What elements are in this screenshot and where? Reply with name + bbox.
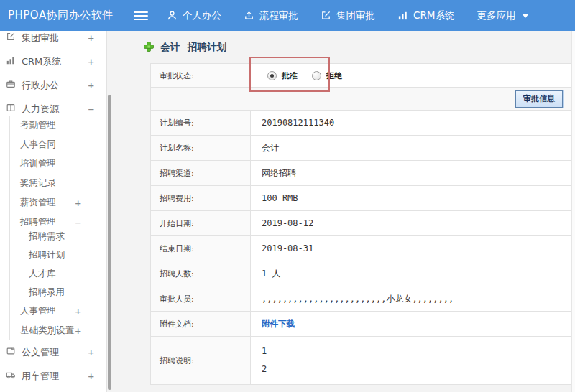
expand-icon[interactable]: + [88, 32, 94, 44]
expand-icon[interactable]: + [88, 56, 94, 67]
plan-type-title: 招聘计划 [188, 41, 226, 54]
field-label: 审批状态: [151, 64, 251, 88]
sidebar-item-rewards[interactable]: 奖惩记录 [10, 174, 106, 193]
attachment-download-link[interactable]: 附件下载 [262, 319, 295, 329]
expand-icon[interactable]: + [75, 325, 81, 337]
sidebar-item-recruit-plan[interactable]: 招聘计划 [24, 246, 106, 264]
sidebar-item-personnel-mgmt[interactable]: 人事管理 + [10, 302, 106, 321]
row-end-date: 结束日期: 2019-08-31 [151, 236, 572, 261]
field-value: 2019-08-12 [251, 211, 572, 236]
field-value: 100 RMB [251, 186, 572, 211]
plan-name-title: 会计 [160, 41, 180, 54]
document-icon [6, 346, 16, 358]
sidebar-item-documents[interactable]: 公文管理 + [0, 340, 106, 364]
app-logo: PHPOA协同办公软件 [0, 9, 134, 22]
sidebar-item-base-category[interactable]: 基础类别设置 + [10, 321, 106, 340]
row-start-date: 开始日期: 2019-08-12 [151, 211, 572, 236]
nav-label: CRM系统 [413, 9, 454, 22]
field-value: 网络招聘 [251, 161, 572, 186]
nav-label: 集团审批 [336, 9, 375, 22]
expand-icon[interactable]: + [88, 347, 94, 358]
sidebar: 集团审批 + CRM系统 + 行政办公 + [0, 31, 106, 392]
sidebar-item-admin-office[interactable]: 行政办公 + [0, 73, 106, 97]
radio-approve[interactable] [267, 71, 277, 80]
nav-personal-office[interactable]: 个人办公 [167, 9, 221, 22]
bar-chart-icon [6, 55, 16, 67]
sidebar-item-talent-pool[interactable]: 人才库 [24, 264, 106, 283]
sidebar-item-recruit-demand[interactable]: 招聘需求 [24, 227, 106, 246]
recruit-submenu: 招聘需求 招聘计划 人才库 招聘录用 [24, 227, 106, 302]
field-label: 计划名称: [151, 136, 251, 161]
hamburger-menu-icon[interactable] [134, 9, 148, 22]
field-label: 审批人员: [151, 286, 251, 312]
hr-submenu: 考勤管理 人事合同 培训管理 奖惩记录 薪资管理 + 招聘管理 − 招聘需求 招… [9, 116, 106, 340]
radio-reject-label[interactable]: 拒绝 [326, 70, 342, 81]
nav-more-apps[interactable]: 更多应用 [477, 9, 529, 22]
field-value: 20190812111340 [251, 111, 572, 136]
row-headcount: 招聘人数: 1 人 [151, 261, 572, 286]
row-approval-action: 审批信息 [151, 88, 572, 111]
chart-icon [397, 10, 408, 21]
radio-approve-label[interactable]: 批准 [282, 70, 298, 81]
radio-reject[interactable] [312, 71, 321, 80]
sidebar-scrollbar[interactable] [106, 31, 111, 392]
expand-icon[interactable]: + [75, 197, 81, 209]
edit-square-icon [6, 32, 16, 44]
collapse-icon[interactable]: − [88, 103, 94, 115]
main-content: 会计 招聘计划 审批状态: 批准 拒绝 [111, 31, 571, 392]
nav-label: 更多应用 [477, 9, 515, 22]
expand-icon[interactable]: + [88, 370, 94, 382]
expand-icon[interactable]: + [75, 306, 81, 317]
expand-icon[interactable]: + [88, 80, 94, 91]
field-value: ,,,,,,,,,,,,,,,,,,,,,,,,小龙女,,,,,,,, [251, 286, 572, 312]
row-plan-name: 计划名称: 会计 [151, 136, 572, 161]
field-label: 附件文档: [151, 312, 251, 337]
top-nav: 个人办公 流程审批 集团审批 CRM系统 [167, 9, 551, 22]
row-plan-number: 计划编号: 20190812111340 [151, 111, 572, 136]
sidebar-item-group-approval[interactable]: 集团审批 + [0, 31, 106, 50]
plus-icon [144, 42, 154, 54]
nav-group-approval[interactable]: 集团审批 [321, 9, 375, 22]
note-line-2: 2 [262, 360, 571, 378]
flow-icon [244, 10, 254, 21]
field-value: 2019-08-31 [251, 236, 572, 261]
recruit-plan-form: 审批状态: 批准 拒绝 审批信息 [150, 63, 571, 385]
page-title: 会计 招聘计划 [144, 41, 571, 54]
nav-crm-system[interactable]: CRM系统 [397, 9, 454, 22]
field-value: 1 人 [251, 261, 572, 286]
nav-label: 流程审批 [259, 9, 298, 22]
field-label: 招聘渠道: [151, 161, 251, 186]
topbar: PHPOA协同办公软件 个人办公 流程审批 [0, 0, 575, 31]
person-icon [167, 10, 178, 21]
row-recruit-cost: 招聘费用: 100 RMB [151, 186, 572, 211]
book-icon [6, 103, 16, 115]
sidebar-item-salary[interactable]: 薪资管理 + [10, 193, 106, 213]
row-attachment: 附件文档: 附件下载 [151, 312, 572, 337]
field-label: 招聘说明: [151, 337, 251, 385]
nav-label: 个人办公 [183, 9, 221, 22]
edit-icon [321, 10, 331, 21]
truck-icon [6, 370, 16, 382]
nav-process-approval[interactable]: 流程审批 [244, 9, 298, 22]
briefcase-icon [6, 79, 16, 91]
row-recruit-note: 招聘说明: 1 2 [151, 337, 572, 385]
caret-down-icon [522, 14, 529, 18]
row-recruit-channel: 招聘渠道: 网络招聘 [151, 161, 572, 186]
field-label: 计划编号: [151, 111, 251, 136]
sidebar-item-vehicle[interactable]: 用车管理 + [0, 364, 106, 388]
sidebar-item-crm[interactable]: CRM系统 + [0, 50, 106, 73]
field-label: 结束日期: [151, 236, 251, 261]
approval-info-button[interactable]: 审批信息 [515, 90, 563, 108]
sidebar-item-attendance[interactable]: 考勤管理 [10, 116, 106, 135]
field-label: 招聘费用: [151, 186, 251, 211]
page-scrollbar[interactable] [571, 31, 575, 392]
sidebar-item-hr-contract[interactable]: 人事合同 [10, 135, 106, 154]
field-label: 开始日期: [151, 211, 251, 236]
note-line-1: 1 [262, 342, 571, 360]
sidebar-item-training[interactable]: 培训管理 [10, 154, 106, 174]
row-approval-status: 审批状态: 批准 拒绝 [151, 64, 572, 88]
row-approvers: 审批人员: ,,,,,,,,,,,,,,,,,,,,,,,,小龙女,,,,,,,… [151, 286, 572, 312]
field-label: 招聘人数: [151, 261, 251, 286]
field-value: 会计 [251, 136, 572, 161]
sidebar-item-recruit-hire[interactable]: 招聘录用 [24, 283, 106, 302]
